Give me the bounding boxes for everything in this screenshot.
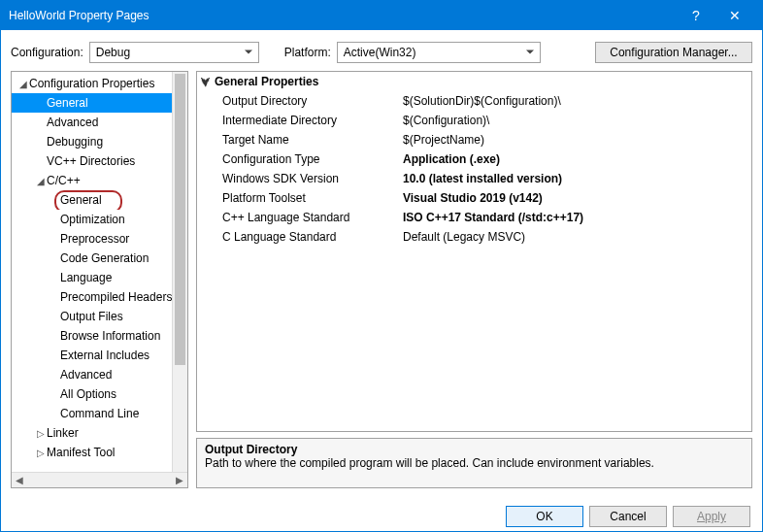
help-title: Output Directory (205, 443, 744, 456)
property-name: C Language Standard (197, 230, 397, 244)
expand-icon[interactable]: ▷ (35, 448, 47, 458)
property-row[interactable]: Intermediate Directory$(Configuration)\ (197, 111, 751, 130)
properties-grid: ⮟ General Properties Output Directory$(S… (196, 71, 752, 432)
tree-hscrollbar[interactable]: ◀ ▶ (12, 472, 187, 487)
property-row[interactable]: Output Directory$(SolutionDir)$(Configur… (197, 91, 751, 111)
property-value[interactable]: Default (Legacy MSVC) (397, 230, 751, 244)
collapse-icon[interactable]: ◢ (17, 79, 29, 89)
platform-select[interactable]: Active(Win32) (337, 42, 541, 63)
tree-item-cpp-language[interactable]: Language (12, 268, 187, 287)
apply-button[interactable]: Apply (673, 506, 750, 527)
config-select[interactable]: Debug (89, 42, 259, 63)
platform-label: Platform: (284, 46, 331, 59)
property-row[interactable]: Target Name$(ProjectName) (197, 130, 751, 150)
dialog-footer: OK Cancel Apply (1, 498, 762, 532)
tree-item-cpp-pch[interactable]: Precompiled Headers (12, 287, 187, 307)
config-label: Configuration: (11, 46, 83, 59)
property-value[interactable]: 10.0 (latest installed version) (397, 172, 751, 185)
ok-button[interactable]: OK (506, 506, 583, 527)
tree-item-debugging[interactable]: Debugging (12, 132, 187, 151)
tree-item-manifest[interactable]: ▷Manifest Tool (12, 443, 187, 462)
tree-item-cpp-alloptions[interactable]: All Options (12, 384, 187, 404)
scroll-right-icon[interactable]: ▶ (172, 473, 187, 487)
scrollbar-thumb[interactable] (175, 74, 185, 365)
expand-icon[interactable]: ▷ (35, 428, 47, 439)
tree[interactable]: ◢Configuration Properties General Advanc… (12, 72, 187, 472)
tree-item-cpp-codegen[interactable]: Code Generation (12, 249, 187, 268)
property-row[interactable]: C++ Language StandardISO C++17 Standard … (197, 208, 751, 227)
tree-item-cpp-advanced[interactable]: Advanced (12, 365, 187, 384)
property-name: Platform Toolset (197, 191, 397, 205)
tree-item-cpp[interactable]: ◢C/C++ (12, 171, 187, 190)
property-name: Configuration Type (197, 152, 397, 166)
tree-item-cpp-cmdline[interactable]: Command Line (12, 404, 187, 423)
property-row[interactable]: Windows SDK Version10.0 (latest installe… (197, 169, 751, 188)
scroll-left-icon[interactable]: ◀ (12, 473, 27, 487)
property-value[interactable]: $(SolutionDir)$(Configuration)\ (397, 94, 751, 108)
config-manager-button[interactable]: Configuration Manager... (595, 42, 752, 63)
property-value[interactable]: $(ProjectName) (397, 133, 751, 147)
close-icon[interactable]: ✕ (715, 1, 754, 30)
window-title: HelloWorld Property Pages (9, 9, 677, 22)
tree-panel: ◢Configuration Properties General Advanc… (11, 71, 188, 488)
tree-item-cpp-browse[interactable]: Browse Information (12, 326, 187, 346)
property-row[interactable]: Platform ToolsetVisual Studio 2019 (v142… (197, 188, 751, 208)
help-panel: Output Directory Path to where the compi… (196, 438, 752, 488)
property-name: Windows SDK Version (197, 172, 397, 185)
tree-item-cpp-preprocessor[interactable]: Preprocessor (12, 229, 187, 249)
tree-item-cpp-output[interactable]: Output Files (12, 307, 187, 326)
tree-item-cpp-general[interactable]: General (12, 190, 187, 210)
collapse-icon[interactable]: ⮟ (201, 77, 215, 87)
tree-item-vcdirs[interactable]: VC++ Directories (12, 151, 187, 171)
tree-vscrollbar[interactable] (172, 72, 187, 472)
property-value[interactable]: $(Configuration)\ (397, 114, 751, 127)
property-name: Intermediate Directory (197, 114, 397, 127)
tree-item-cpp-optimization[interactable]: Optimization (12, 210, 187, 229)
property-name: Target Name (197, 133, 397, 147)
tree-item-linker[interactable]: ▷Linker (12, 423, 187, 443)
property-value[interactable]: Application (.exe) (397, 152, 751, 166)
property-row[interactable]: C Language StandardDefault (Legacy MSVC) (197, 227, 751, 247)
property-name: Output Directory (197, 94, 397, 108)
config-row: Configuration: Debug Platform: Active(Wi… (1, 30, 762, 71)
titlebar: HelloWorld Property Pages ? ✕ (1, 1, 762, 30)
property-row[interactable]: Configuration TypeApplication (.exe) (197, 150, 751, 169)
property-value[interactable]: Visual Studio 2019 (v142) (397, 191, 751, 205)
tree-item-advanced[interactable]: Advanced (12, 113, 187, 132)
collapse-icon[interactable]: ◢ (35, 176, 47, 186)
property-name: C++ Language Standard (197, 211, 397, 224)
tree-item-general[interactable]: General (12, 93, 187, 113)
tree-item-cpp-external[interactable]: External Includes (12, 346, 187, 365)
help-text: Path to where the compiled program will … (205, 456, 744, 470)
tree-root[interactable]: ◢Configuration Properties (12, 74, 187, 93)
help-icon[interactable]: ? (677, 1, 715, 30)
property-value[interactable]: ISO C++17 Standard (/std:c++17) (397, 211, 751, 224)
cancel-button[interactable]: Cancel (589, 506, 667, 527)
properties-header[interactable]: ⮟ General Properties (197, 72, 751, 91)
